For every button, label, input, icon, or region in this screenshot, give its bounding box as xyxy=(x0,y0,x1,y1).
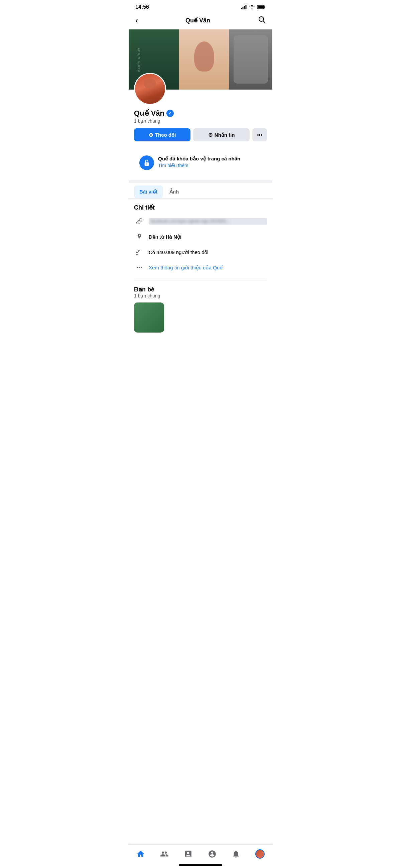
battery-icon xyxy=(257,5,266,9)
signal-icon xyxy=(241,5,247,9)
learn-more-link[interactable]: Tìm hiểu thêm xyxy=(158,163,261,168)
friends-title: Bạn bè xyxy=(134,286,267,293)
svg-point-11 xyxy=(139,235,140,236)
lock-notice: Quế đã khóa bảo vệ trang cá nhân Tìm hiể… xyxy=(134,151,267,175)
search-icon xyxy=(258,16,266,23)
svg-rect-6 xyxy=(258,6,264,8)
tab-anh[interactable]: Ảnh xyxy=(164,186,184,198)
bottom-spacer xyxy=(129,335,272,369)
action-buttons: ⊕ Theo dõi ⊙ Nhắn tin ••• xyxy=(134,128,267,142)
friend-avatar-1[interactable] xyxy=(134,303,164,333)
friends-section: Bạn bè 1 bạn chung xyxy=(129,280,272,335)
profile-name: Quế Vân xyxy=(134,109,164,118)
tabs-section: Bài viết Ảnh xyxy=(129,183,272,198)
avatar[interactable] xyxy=(134,73,166,105)
svg-point-10 xyxy=(146,163,147,164)
svg-rect-1 xyxy=(243,7,244,9)
svg-rect-0 xyxy=(241,8,242,9)
blurred-link-text: facebook.com/que-nghiet-nga-2023001... xyxy=(149,218,267,224)
status-icons xyxy=(241,5,266,9)
friends-mutual: 1 bạn chung xyxy=(134,293,267,299)
nav-marketplace[interactable] xyxy=(180,848,196,860)
status-bar: 14:56 xyxy=(129,0,272,13)
tab-anh-label: Ảnh xyxy=(169,189,179,194)
message-label: Nhắn tin xyxy=(215,132,235,138)
detail-info-item: Xem thông tin giới thiệu của Quế xyxy=(134,262,267,273)
avatar-section xyxy=(129,73,272,105)
search-button[interactable] xyxy=(258,16,266,25)
svg-line-8 xyxy=(263,21,265,23)
home-nav-icon xyxy=(136,849,145,858)
friends-nav-icon xyxy=(160,849,169,858)
follow-label: Theo dõi xyxy=(155,132,176,138)
avatar-image xyxy=(135,74,165,104)
bell-nav-icon xyxy=(232,849,240,858)
back-button[interactable]: ‹ xyxy=(135,16,138,25)
svg-rect-3 xyxy=(246,5,247,9)
details-section: Chi tiết facebook.com/que-nghiet-nga-202… xyxy=(129,198,272,280)
detail-location-item: Đến từ Hà Nội xyxy=(134,231,267,242)
section-divider xyxy=(129,180,272,183)
account-nav-icon xyxy=(208,849,217,858)
followers-icon xyxy=(134,247,145,257)
chain-link-icon xyxy=(136,218,143,225)
messenger-icon: ⊙ xyxy=(208,132,213,138)
location-text: Đến từ Hà Nội xyxy=(149,233,181,240)
dots-icon xyxy=(136,267,143,269)
friend-avatar-img-1 xyxy=(134,303,164,333)
svg-point-14 xyxy=(139,267,140,268)
blurred-link: facebook.com/que-nghiet-nga-2023001... xyxy=(149,218,267,225)
verified-badge xyxy=(166,110,174,117)
svg-rect-5 xyxy=(265,6,266,8)
lock-text: Quế đã khóa bảo vệ trang cá nhân Tìm hiể… xyxy=(158,155,261,168)
svg-point-12 xyxy=(136,254,138,255)
home-indicator-bar xyxy=(179,864,222,866)
tab-bai-viet-label: Bài viết xyxy=(140,189,157,194)
home-indicator-container xyxy=(129,864,272,868)
page-title: Quế Vân xyxy=(185,17,210,24)
more-info-icon xyxy=(134,262,145,273)
follow-icon: ⊕ xyxy=(149,132,153,138)
rss-icon xyxy=(136,249,143,255)
message-button[interactable]: ⊙ Nhắn tin xyxy=(193,128,250,142)
lock-title: Quế đã khóa bảo vệ trang cá nhân xyxy=(158,155,261,162)
more-button[interactable]: ••• xyxy=(252,128,267,142)
details-title: Chi tiết xyxy=(134,204,267,211)
nav-friends[interactable] xyxy=(156,848,173,860)
nav-notifications[interactable] xyxy=(227,848,244,860)
marketplace-nav-icon xyxy=(184,849,192,858)
detail-link-item: facebook.com/que-nghiet-nga-2023001... xyxy=(134,216,267,227)
nav-bar: ‹ Quế Vân xyxy=(129,13,272,29)
nav-home[interactable] xyxy=(132,848,149,860)
location-icon xyxy=(134,231,145,242)
profile-info: Quế Vân 1 bạn chung ⊕ Theo dõi ⊙ Nhắn ti… xyxy=(129,107,272,151)
mutual-friends: 1 bạn chung xyxy=(134,118,267,124)
location-city: Hà Nội xyxy=(166,234,181,240)
svg-rect-2 xyxy=(244,6,245,9)
follow-button[interactable]: ⊕ Theo dõi xyxy=(134,128,190,142)
user-avatar-small xyxy=(255,849,265,859)
intro-text[interactable]: Xem thông tin giới thiệu của Quế xyxy=(149,264,222,271)
lock-icon-wrapper xyxy=(140,155,154,170)
link-icon xyxy=(134,216,145,227)
wifi-icon xyxy=(249,5,255,9)
status-time: 14:56 xyxy=(135,4,149,10)
detail-followers-item: Có 440.009 người theo dõi xyxy=(134,247,267,257)
friends-preview xyxy=(134,303,267,333)
tab-bai-viet[interactable]: Bài viết xyxy=(134,186,163,198)
more-label: ••• xyxy=(257,132,262,138)
svg-point-13 xyxy=(137,267,138,268)
profile-name-row: Quế Vân xyxy=(134,109,267,118)
friends-header: Bạn bè 1 bạn chung xyxy=(134,286,267,299)
svg-point-15 xyxy=(141,267,142,268)
lock-icon xyxy=(143,159,150,166)
followers-text: Có 440.009 người theo dõi xyxy=(149,249,208,256)
map-pin-icon xyxy=(136,233,142,240)
nav-user-avatar[interactable] xyxy=(251,848,269,860)
nav-account[interactable] xyxy=(204,848,220,860)
